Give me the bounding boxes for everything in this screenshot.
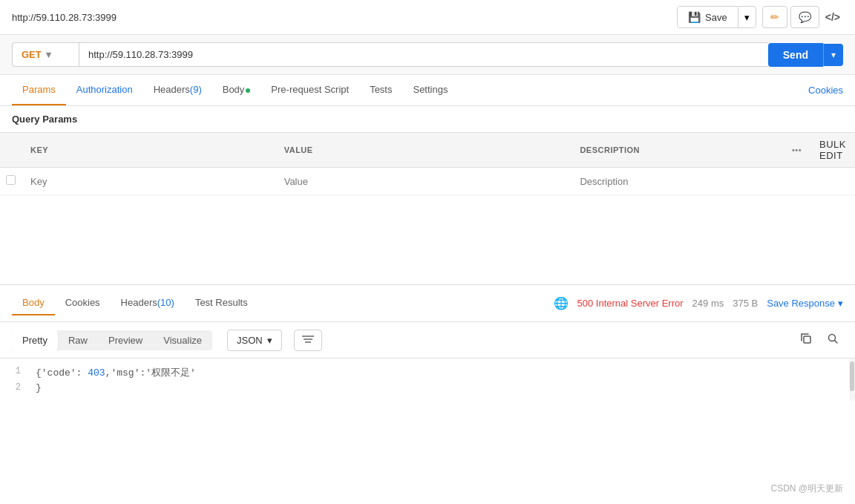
fmt-tab-raw[interactable]: Raw [58,330,98,350]
body-dot [246,88,250,93]
header-checkbox-col [0,133,22,168]
row-value-cell [275,168,571,195]
request-line: GET ▾ Send ▾ [0,35,855,75]
request-tabs: Params Authorization Headers(9) Body Pre… [0,75,855,106]
empty-area [0,195,855,284]
comment-button[interactable]: 💬 [790,6,819,28]
row-desc-cell [571,168,783,195]
row-actions [783,168,810,195]
method-chevron-icon: ▾ [46,49,51,60]
bulk-edit-button[interactable]: Bulk Edit [819,139,846,161]
url-bar-actions: 💾 Save ▾ ✏ 💬 </> [677,6,843,28]
format-bar: Pretty Raw Preview Visualize JSON ▾ [0,322,855,359]
method-select[interactable]: GET ▾ [12,42,79,67]
params-table-header: KEY VALUE DESCRIPTION ••• Bulk Edit [0,133,855,168]
header-bulk-edit: Bulk Edit [810,133,855,168]
scrollbar-thumb [850,361,854,391]
send-dropdown-button[interactable]: ▾ [823,44,843,66]
format-tabs: Pretty Raw Preview Visualize [12,330,212,350]
code-line-1: 1 {'code': 403,'msg':'权限不足' [0,364,855,381]
save-dropdown-button[interactable]: ▾ [738,7,756,27]
tab-tests[interactable]: Tests [359,75,402,105]
row-bulk [810,168,855,195]
close-brace: } [36,382,42,393]
header-value: VALUE [275,133,571,168]
line-content-2: } [30,381,855,395]
format-actions [796,328,843,352]
url-input-wrap [79,42,768,67]
send-button-group: Send ▾ [768,43,843,67]
copy-icon [800,333,812,344]
fmt-tab-pretty[interactable]: Pretty [12,330,58,350]
url-display: http://59.110.28.73:3999 [12,12,668,23]
url-input[interactable] [79,42,768,67]
globe-icon: 🌐 [554,296,569,310]
chevron-down-icon: ▾ [744,12,750,23]
value-input[interactable] [284,176,563,187]
line-number-2: 2 [0,381,30,394]
header-actions: ••• [783,133,810,168]
svg-rect-3 [804,336,810,343]
line-number-1: 1 [0,364,30,378]
tab-headers[interactable]: Headers(9) [143,75,212,105]
save-icon: 💾 [688,11,701,23]
header-description: DESCRIPTION [571,133,783,168]
key-input[interactable] [30,176,266,187]
copy-button[interactable] [796,328,816,352]
resp-tab-headers[interactable]: Headers(10) [111,291,185,315]
response-size: 375 B [733,298,758,309]
header-key: KEY [22,133,275,168]
table-row [0,168,855,195]
response-tabs: Body Cookies Headers(10) Test Results [12,291,258,315]
url-bar: http://59.110.28.73:3999 💾 Save ▾ ✏ 💬 </… [0,0,855,35]
line-content-1: {'code': 403,'msg':'权限不足' [30,364,855,381]
vertical-scrollbar[interactable] [849,359,855,401]
description-input[interactable] [580,176,774,187]
tab-params[interactable]: Params [12,75,66,105]
save-response-chevron-icon: ▾ [838,298,843,309]
response-time: 249 ms [692,298,724,309]
response-meta: 🌐 500 Internal Server Error 249 ms 375 B… [554,296,843,310]
send-button[interactable]: Send [768,43,823,67]
resp-tab-body[interactable]: Body [12,291,55,315]
row-checkbox [0,168,22,195]
tab-authorization[interactable]: Authorization [66,75,143,105]
search-icon [827,333,839,344]
response-bar: Body Cookies Headers(10) Test Results 🌐 … [0,284,855,322]
code-area: 1 {'code': 403,'msg':'权限不足' 2 } [0,359,855,401]
open-brace: { [36,367,42,379]
filter-icon [302,335,314,344]
fmt-tab-preview[interactable]: Preview [98,330,153,350]
code-line-2: 2 } [0,381,855,395]
more-icon[interactable]: ••• [792,145,802,154]
send-chevron-icon: ▾ [831,50,836,60]
code-button[interactable]: </> [822,7,843,27]
json-content: 'code': 403,'msg':'权限不足' [42,367,196,379]
save-button[interactable]: 💾 Save [678,7,738,27]
cookies-link[interactable]: Cookies [808,76,843,105]
edit-button[interactable]: ✏ [762,6,787,28]
query-params-label: Query Params [0,106,855,132]
json-format-select[interactable]: JSON ▾ [227,330,282,351]
params-table: KEY VALUE DESCRIPTION ••• Bulk Edit [0,132,855,195]
resp-tab-test-results[interactable]: Test Results [185,291,258,315]
filter-button[interactable] [294,330,322,351]
status-badge: 500 Internal Server Error [577,298,684,309]
row-checkbox-input[interactable] [6,175,16,185]
search-button[interactable] [822,328,843,352]
svg-line-5 [835,341,838,344]
save-response-button[interactable]: Save Response ▾ [767,298,843,309]
resp-tab-cookies[interactable]: Cookies [55,291,111,315]
fmt-tab-visualize[interactable]: Visualize [153,330,212,350]
tab-settings[interactable]: Settings [402,75,458,105]
tab-pre-request[interactable]: Pre-request Script [261,75,359,105]
json-chevron-icon: ▾ [267,335,272,346]
row-key-cell [22,168,275,195]
tab-body[interactable]: Body [212,75,261,105]
